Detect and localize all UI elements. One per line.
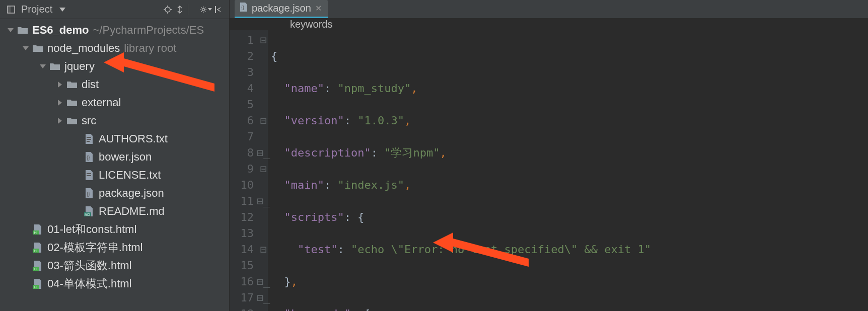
svg-marker-37 xyxy=(433,232,529,267)
svg-line-14 xyxy=(205,11,206,12)
annotation-arrow-dependencies xyxy=(433,227,534,268)
svg-rect-20 xyxy=(87,141,90,142)
tab-label: package.json xyxy=(252,3,311,14)
tree-label: AUTHORS.txt xyxy=(99,130,168,147)
json-file-icon: {} xyxy=(84,188,95,199)
tree-file-03[interactable]: H 03-箭头函数.html xyxy=(0,257,229,275)
svg-line-13 xyxy=(201,7,202,8)
project-title: Project xyxy=(21,4,52,15)
tree-label: 02-模板字符串.html xyxy=(47,239,142,256)
markdown-file-icon: MD xyxy=(84,206,95,217)
svg-rect-1 xyxy=(8,6,11,13)
svg-line-16 xyxy=(205,7,206,8)
html-file-icon: H xyxy=(32,260,43,271)
svg-text:H: H xyxy=(34,230,37,235)
tree-label: LICENSE.txt xyxy=(99,167,161,184)
fold-column[interactable]: ⊟⊟⊟̲⊟⊟̲⊟⊟̲⊟̲ xyxy=(259,30,268,311)
code-editor[interactable]: 123 456 789 101112 131415 161718 ⊟⊟⊟̲⊟⊟̲… xyxy=(230,30,868,311)
tree-file-readme[interactable]: MD README.md xyxy=(0,202,229,220)
tree-label: 03-箭头函数.html xyxy=(47,257,131,274)
chevron-down-icon xyxy=(59,8,65,12)
project-panel: Project ES6_demo ~/PycharmProjects/ES no… xyxy=(0,0,230,311)
tree-label: README.md xyxy=(99,203,165,220)
folder-icon xyxy=(32,43,43,54)
text-file-icon xyxy=(84,170,95,181)
html-file-icon: H xyxy=(32,242,43,253)
gear-icon[interactable] xyxy=(200,4,212,16)
tree-src[interactable]: src xyxy=(0,112,229,130)
tree-label: dist xyxy=(82,76,99,93)
svg-point-2 xyxy=(165,7,170,12)
tree-file-02[interactable]: H 02-模板字符串.html xyxy=(0,239,229,257)
tree-external[interactable]: external xyxy=(0,94,229,112)
tree-label: package.json xyxy=(99,185,164,202)
svg-text:H: H xyxy=(34,285,37,289)
tree-label: external xyxy=(82,94,121,111)
svg-rect-22 xyxy=(87,173,91,174)
tree-file-01[interactable]: H 01-let和const.html xyxy=(0,220,229,239)
html-file-icon: H xyxy=(32,224,43,235)
folder-icon xyxy=(66,115,78,126)
svg-rect-23 xyxy=(87,175,91,176)
editor-area: {} package.json ✕ keywords 123 456 789 1… xyxy=(230,0,868,311)
tree-file-04[interactable]: H 04-单体模式.html xyxy=(0,275,229,293)
project-toolbar: Project xyxy=(0,0,229,19)
tab-bar: {} package.json ✕ xyxy=(230,0,868,19)
tree-file-license[interactable]: LICENSE.txt xyxy=(0,166,229,184)
project-title-group[interactable]: Project xyxy=(5,4,65,16)
folder-icon xyxy=(49,61,60,72)
folder-icon xyxy=(17,25,28,36)
tree-root[interactable]: ES6_demo ~/PycharmProjects/ES xyxy=(0,21,229,39)
ide-root: Project ES6_demo ~/PycharmProjects/ES no… xyxy=(0,0,868,311)
tab-packagejson[interactable]: {} package.json ✕ xyxy=(235,0,328,18)
hide-panel-icon[interactable] xyxy=(212,4,224,16)
svg-text:{}: {} xyxy=(87,191,90,197)
code-content[interactable]: { "name": "npm_study", "version": "1.0.3… xyxy=(268,30,651,311)
tree-root-name: ES6_demo xyxy=(32,22,89,39)
tree-file-authors[interactable]: AUTHORS.txt xyxy=(0,130,229,148)
tree-root-path: ~/PycharmProjects/ES xyxy=(93,22,204,39)
annotation-arrow-jquery xyxy=(104,47,220,93)
svg-text:H: H xyxy=(34,267,37,271)
svg-rect-19 xyxy=(87,139,91,140)
folder-icon xyxy=(66,97,78,108)
svg-rect-18 xyxy=(87,137,91,138)
svg-marker-36 xyxy=(104,52,214,92)
json-file-icon: {} xyxy=(240,3,248,14)
locate-target-icon[interactable] xyxy=(162,4,174,16)
tree-file-bower[interactable]: {} bower.json xyxy=(0,148,229,166)
tree-label: bower.json xyxy=(99,148,152,166)
tree-label: jquery xyxy=(64,58,95,75)
line-gutter: 123 456 789 101112 131415 161718 xyxy=(230,30,259,311)
html-file-icon: H xyxy=(32,278,43,289)
folder-icon xyxy=(66,79,78,90)
svg-point-8 xyxy=(202,8,205,11)
svg-text:{}: {} xyxy=(87,155,90,161)
json-file-icon: {} xyxy=(84,151,95,163)
close-icon[interactable]: ✕ xyxy=(315,4,322,13)
breadcrumb-label: keywords xyxy=(290,19,332,30)
breadcrumb[interactable]: keywords xyxy=(230,19,868,30)
text-file-icon xyxy=(84,133,95,144)
svg-line-15 xyxy=(201,11,202,12)
project-icon xyxy=(5,4,17,16)
collapse-all-icon[interactable] xyxy=(174,4,186,16)
tree-label: src xyxy=(82,112,96,129)
svg-text:{}: {} xyxy=(241,5,244,10)
tree-label: 01-let和const.html xyxy=(47,221,136,238)
svg-text:H: H xyxy=(34,249,37,253)
tree-file-packagejson[interactable]: {} package.json xyxy=(0,184,229,202)
tree-label: 04-单体模式.html xyxy=(47,275,131,292)
svg-text:MD: MD xyxy=(85,213,90,216)
